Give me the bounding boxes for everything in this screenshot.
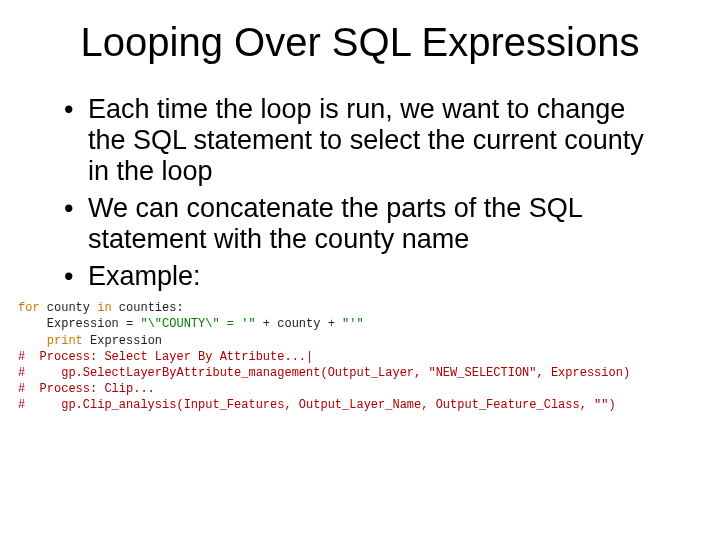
bullet-item: We can concatenate the parts of the SQL … (60, 193, 660, 255)
code-text: county (277, 317, 320, 331)
code-text: county (40, 301, 98, 315)
code-comment: # Process: Select Layer By Attribute...| (18, 350, 313, 364)
slide-body: Each time the loop is run, we want to ch… (60, 94, 660, 292)
code-text: + (256, 317, 278, 331)
code-text: Expression (83, 334, 162, 348)
code-comment: # gp.SelectLayerByAttribute_management(O… (18, 366, 630, 380)
code-comment: # gp.Clip_analysis(Input_Features, Outpu… (18, 398, 616, 412)
code-string: "\"COUNTY\" = '" (140, 317, 255, 331)
code-string: "'" (342, 317, 364, 331)
bullet-list: Each time the loop is run, we want to ch… (60, 94, 660, 292)
code-text (18, 317, 47, 331)
code-keyword: for (18, 301, 40, 315)
slide-title: Looping Over SQL Expressions (60, 20, 660, 64)
code-example: for county in counties: Expression = "\"… (18, 300, 720, 413)
code-text: : (176, 301, 183, 315)
code-text: Expression (47, 317, 126, 331)
code-text: + (320, 317, 342, 331)
code-comment: # Process: Clip... (18, 382, 155, 396)
slide: Looping Over SQL Expressions Each time t… (0, 0, 720, 540)
bullet-item: Each time the loop is run, we want to ch… (60, 94, 660, 187)
code-keyword: in (97, 301, 111, 315)
code-text: counties (112, 301, 177, 315)
code-keyword: print (47, 334, 83, 348)
bullet-item: Example: (60, 261, 660, 292)
code-text (18, 334, 47, 348)
